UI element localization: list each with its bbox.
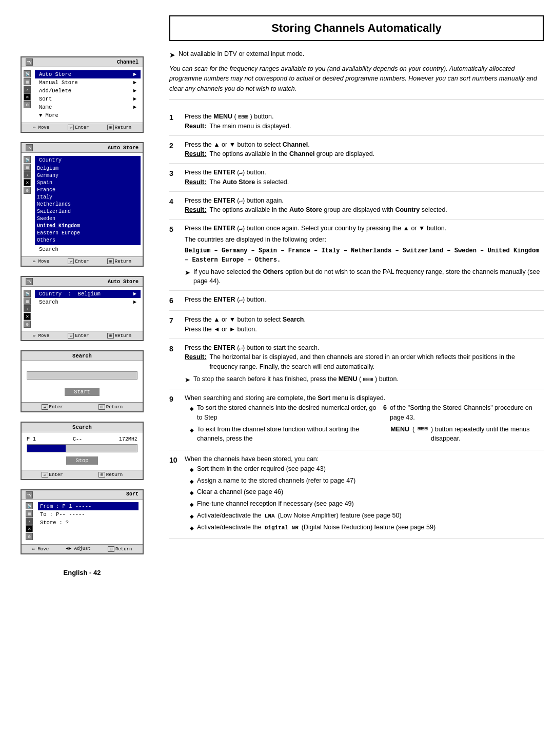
step-5: 5 Press the ENTER (↵) button once again.…	[169, 220, 544, 291]
footer-move2: ⇔ Move	[33, 258, 49, 264]
step-content-5: Press the ENTER (↵) button once again. S…	[185, 224, 544, 286]
sort-to-row: To : P-- -----	[38, 510, 138, 519]
step7-action: Press the ▲ or ▼ button to select Search…	[185, 315, 544, 325]
step4-action: Press the ENTER (↵) button again.	[185, 196, 544, 206]
antenna-icon2: 📡	[24, 156, 31, 163]
italic-text: You can scan for the frequency ranges av…	[169, 65, 537, 92]
step8-action: Press the ENTER (↵) button to start the …	[185, 343, 544, 353]
country-germany: Germany	[37, 172, 138, 180]
footer-return6: ⊞Return	[108, 546, 132, 552]
screen3-title: Auto Store	[108, 279, 138, 285]
menu-search2[interactable]: Search	[35, 245, 141, 253]
step1-result: Result: The main menu is displayed.	[185, 122, 544, 131]
step10-action: When the channels have been stored, you …	[185, 454, 544, 464]
step-num-1: 1	[169, 112, 180, 123]
search-freq: 172MHz	[119, 436, 137, 442]
country-france: France	[37, 187, 138, 194]
menu-country3[interactable]: Country : Belgium ►	[35, 290, 141, 298]
step8-result: Result: The horizontal bar is displayed,…	[185, 352, 544, 372]
country-italy: Italy	[37, 194, 138, 201]
stop-button[interactable]: Stop	[66, 456, 97, 465]
step-num-10: 10	[169, 455, 180, 466]
screen6-title: Sort	[126, 491, 138, 499]
step10-bullet2: Assign a name to the stored channels (re…	[190, 476, 544, 486]
step5-sub-note: ➤ If you have selected the Others option…	[185, 267, 544, 287]
step-content-3: Press the ENTER (↵) button. Result: The …	[185, 168, 544, 187]
country-eastern-europe: Eastern Europe	[37, 230, 138, 237]
step3-action: Press the ENTER (↵) button.	[185, 168, 544, 177]
page-title: Storing Channels Automatically	[271, 22, 442, 34]
step-num-5: 5	[169, 224, 180, 235]
store-label: Store	[40, 520, 56, 526]
step1-action: Press the MENU ( ⊞⊞⊞ ) button.	[185, 112, 544, 122]
country-switzerland: Switzerland	[37, 208, 138, 215]
footer-adjust6: ◄► Adjust	[66, 546, 91, 552]
menu-more[interactable]: ▼ More	[35, 111, 141, 120]
step6-action: Press the ENTER (↵) button.	[185, 295, 544, 305]
step-num-6: 6	[169, 295, 180, 306]
step-content-10: When the channels have been stored, you …	[185, 454, 544, 534]
step-content-2: Press the ▲ or ▼ button to select Channe…	[185, 140, 544, 160]
step2-result: Result: The options available in the Cha…	[185, 149, 544, 159]
step10-bullet4: Fine-tune channel reception if necessary…	[190, 499, 544, 509]
note-arrow: ➤	[169, 51, 175, 59]
x-icon3: ✕	[24, 313, 31, 320]
step-num-9: 9	[169, 394, 180, 405]
screen-auto-store-countries: TV Auto Store 📡 ▦ ♪ ✕ ⚙ Country	[21, 142, 144, 267]
step9-bullets: To sort the stored channels into the des…	[185, 403, 544, 444]
search-center5: Stop	[22, 454, 143, 467]
menu-country[interactable]: Country	[35, 156, 141, 164]
x-icon6: ✕	[26, 525, 33, 532]
step-num-2: 2	[169, 141, 180, 151]
footer-move3: ⇔ Move	[33, 333, 49, 339]
start-button[interactable]: Start	[65, 388, 100, 396]
step-num-8: 8	[169, 344, 180, 354]
progress-fill5	[27, 445, 66, 452]
to-label: To	[40, 511, 47, 518]
step-num-7: 7	[169, 315, 180, 326]
step-content-7: Press the ▲ or ▼ button to select Search…	[185, 315, 544, 334]
step4-result: Result: The options available in the Aut…	[185, 205, 544, 215]
footer-return5: ⊞Return	[98, 472, 123, 478]
step-num-3: 3	[169, 168, 180, 179]
note-text: Not available in DTV or external input m…	[179, 50, 304, 57]
settings-icon: ⚙	[24, 101, 31, 108]
search-progress5	[27, 444, 137, 452]
settings-icon6: ⚙	[26, 533, 33, 540]
footer-enter3: ↵Enter	[68, 333, 89, 339]
step-8: 8 Press the ENTER (↵) button to start th…	[169, 339, 544, 390]
left-column: TV Channel 📡 ▦ ♪ ✕ ⚙ Auto Store	[10, 15, 154, 741]
step-9: 9 When searching and storing are complet…	[169, 389, 544, 450]
menu-sort[interactable]: Sort ►	[35, 95, 141, 103]
footer-return3: ⊞Return	[107, 333, 131, 339]
display-icon6: ▦	[26, 510, 33, 517]
antenna-icon: 📡	[24, 70, 31, 77]
page: TV Channel 📡 ▦ ♪ ✕ ⚙ Auto Store	[0, 0, 554, 756]
screen2-title: Auto Store	[108, 145, 138, 151]
menu-add-delete[interactable]: Add/Delete ►	[35, 87, 141, 95]
step-content-1: Press the MENU ( ⊞⊞⊞ ) button. Result: T…	[185, 112, 544, 131]
search-info5: P 1 C-- 172MHz	[22, 435, 143, 443]
menu-manual-store[interactable]: Manual Store ►	[35, 78, 141, 87]
store-value: ?	[66, 520, 69, 526]
menu-auto-store[interactable]: Auto Store ►	[35, 70, 141, 78]
step7-action2: Press the ◄ or ► button.	[185, 325, 544, 334]
footer-enter: ↵Enter	[68, 125, 89, 130]
antenna-icon3: 📡	[24, 290, 31, 297]
search-header5: Search	[22, 423, 143, 432]
step5-action: Press the ENTER (↵) button once again. S…	[185, 224, 544, 233]
tv-icon: TV	[26, 58, 33, 66]
tv-icon6: TV	[26, 491, 33, 499]
to-value: P-- -----	[56, 511, 85, 518]
step-6: 6 Press the ENTER (↵) button.	[169, 291, 544, 311]
volume-icon2: ♪	[24, 171, 31, 178]
step10-bullet3: Clear a channel (see page 46)	[190, 487, 544, 497]
footer-return2: ⊞Return	[107, 258, 131, 264]
menu-search3[interactable]: Search ►	[35, 298, 141, 306]
step-4: 4 Press the ENTER (↵) button again. Resu…	[169, 192, 544, 220]
step5-country-order: Belgium – Germany – Spain – France – Ita…	[185, 246, 544, 265]
menu-name[interactable]: Name ►	[35, 103, 141, 111]
display-icon2: ▦	[24, 164, 31, 171]
step-content-8: Press the ENTER (↵) button to start the …	[185, 343, 544, 385]
step-content-4: Press the ENTER (↵) button again. Result…	[185, 196, 544, 215]
